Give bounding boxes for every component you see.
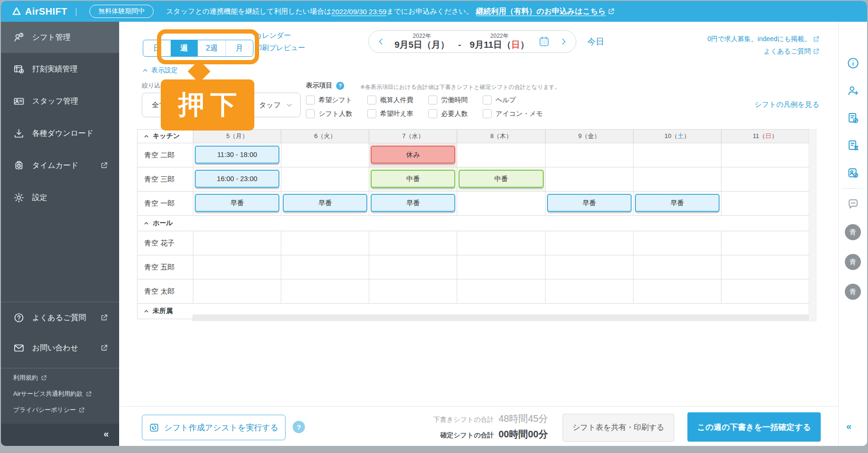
shift-cell[interactable]: 早番 bbox=[193, 192, 281, 215]
shift-cell[interactable] bbox=[193, 231, 281, 255]
checkbox-box[interactable] bbox=[483, 96, 492, 105]
shift-cell[interactable]: 早番 bbox=[633, 192, 721, 215]
shift-cell[interactable] bbox=[545, 231, 633, 255]
shift-cell[interactable] bbox=[281, 255, 369, 279]
shift-cell[interactable] bbox=[545, 167, 633, 191]
paid-signup-link[interactable]: 継続利用（有料）のお申込みはこちら bbox=[476, 7, 615, 17]
shift-cell[interactable] bbox=[545, 279, 633, 303]
confirm-week-button[interactable]: この週の下書きを一括確定する bbox=[687, 412, 821, 442]
add-staff-icon[interactable] bbox=[847, 84, 859, 97]
shift-approved-icon[interactable] bbox=[847, 112, 859, 124]
staff-avatar[interactable]: 青 bbox=[845, 284, 861, 300]
shift-box[interactable]: 早番 bbox=[547, 194, 632, 212]
shift-assist-button[interactable]: シフト作成アシストを実行する bbox=[142, 415, 286, 440]
horizontal-scroll-strip[interactable] bbox=[192, 314, 809, 321]
group-toggle[interactable]: ホール bbox=[138, 216, 193, 231]
shift-pending-icon[interactable] bbox=[847, 139, 859, 152]
shift-cell[interactable] bbox=[281, 143, 369, 167]
shift-cell[interactable] bbox=[193, 255, 281, 279]
shift-cell[interactable] bbox=[457, 279, 545, 303]
shift-cell[interactable] bbox=[369, 255, 457, 279]
shift-cell[interactable] bbox=[721, 143, 809, 167]
shift-cell[interactable] bbox=[457, 255, 545, 279]
view-button-週[interactable]: 週 bbox=[171, 40, 198, 56]
group-toggle[interactable]: 未所属 bbox=[138, 304, 193, 319]
shift-cell[interactable] bbox=[633, 231, 721, 255]
filter-checkbox[interactable]: 必要人数 bbox=[428, 109, 468, 118]
shift-cell[interactable] bbox=[633, 167, 721, 191]
checkbox-box[interactable] bbox=[306, 96, 315, 105]
shift-cell[interactable] bbox=[193, 279, 281, 303]
prev-week-icon[interactable] bbox=[376, 37, 386, 46]
group-toggle[interactable]: キッチン bbox=[138, 130, 193, 143]
shift-cell[interactable] bbox=[633, 255, 721, 279]
shift-cell[interactable] bbox=[457, 192, 545, 215]
shift-cell[interactable] bbox=[721, 255, 809, 279]
shift-cell[interactable] bbox=[457, 231, 545, 255]
faq-top-link[interactable]: よくあるご質問 bbox=[764, 47, 819, 56]
checkbox-box[interactable] bbox=[428, 96, 437, 105]
shift-box[interactable]: 16:00 - 23:00 bbox=[195, 170, 279, 188]
sidebar-item-download[interactable]: 各種ダウンロード bbox=[1, 117, 119, 149]
vertical-scrollbar[interactable] bbox=[810, 129, 816, 322]
shift-cell[interactable] bbox=[281, 279, 369, 303]
view-button-2週[interactable]: 2週 bbox=[198, 40, 226, 56]
print-preview-link[interactable]: 印刷プレビュー bbox=[255, 44, 305, 52]
date-picker-calendar-icon[interactable] bbox=[538, 35, 550, 48]
checkbox-box[interactable] bbox=[367, 109, 376, 118]
shift-box[interactable]: 早番 bbox=[195, 194, 279, 212]
filter-checkbox[interactable]: シフト人数 bbox=[306, 109, 352, 118]
help-question-icon[interactable]: ? bbox=[336, 82, 344, 90]
checkbox-box[interactable] bbox=[367, 96, 376, 105]
display-settings-toggle[interactable]: 表示設定 bbox=[142, 66, 178, 75]
shift-cell[interactable] bbox=[369, 279, 457, 303]
shift-cell[interactable] bbox=[633, 143, 721, 167]
shift-cell[interactable] bbox=[721, 167, 809, 191]
shift-cell[interactable]: 休み bbox=[369, 143, 457, 167]
checkbox-box[interactable] bbox=[428, 109, 437, 118]
shift-cell[interactable] bbox=[369, 231, 457, 255]
shift-cell[interactable]: 早番 bbox=[281, 192, 369, 215]
sidebar-item-timecard[interactable]: タイムカード bbox=[1, 149, 119, 182]
shift-box[interactable]: 休み bbox=[371, 146, 455, 164]
comments-icon[interactable] bbox=[847, 198, 859, 210]
shift-box[interactable]: 中番 bbox=[371, 170, 455, 188]
filter-checkbox[interactable]: 概算人件費 bbox=[367, 96, 413, 105]
shift-cell[interactable]: 16:00 - 23:00 bbox=[193, 167, 281, 191]
checkbox-box[interactable] bbox=[306, 109, 315, 118]
sidebar-support-contact[interactable]: お問い合わせ bbox=[1, 333, 119, 363]
sidebar-support-faq[interactable]: よくあるご質問 bbox=[1, 303, 119, 333]
shift-cell[interactable]: 11:30 - 18:00 bbox=[193, 143, 281, 167]
view-button-月[interactable]: 月 bbox=[226, 40, 253, 56]
shift-cell[interactable] bbox=[545, 143, 633, 167]
staff-avatar[interactable]: 青 bbox=[845, 254, 861, 270]
shift-cell[interactable]: 中番 bbox=[369, 167, 457, 191]
shift-legend-link[interactable]: シフトの凡例を見る bbox=[755, 100, 819, 109]
shift-cell[interactable] bbox=[721, 231, 809, 255]
shift-cell[interactable] bbox=[545, 255, 633, 279]
assist-help-icon[interactable]: ? bbox=[293, 421, 305, 433]
shift-cell[interactable] bbox=[281, 167, 369, 191]
filter-checkbox[interactable]: アイコン・メモ bbox=[483, 109, 543, 118]
shift-cell[interactable] bbox=[633, 279, 721, 303]
job-posting-link[interactable]: 0円で求人募集。indeedにも掲載。 bbox=[707, 35, 819, 44]
shift-box[interactable]: 早番 bbox=[283, 194, 367, 212]
share-print-button[interactable]: シフト表を共有・印刷する bbox=[563, 414, 674, 442]
sidebar-legal-link[interactable]: 利用規約 bbox=[13, 374, 119, 382]
shift-cell[interactable] bbox=[457, 143, 545, 167]
staff-check-icon[interactable] bbox=[847, 166, 859, 179]
staff-avatar[interactable]: 青 bbox=[845, 224, 861, 240]
sidebar-item-settings[interactable]: 設定 bbox=[1, 182, 119, 214]
shift-box[interactable]: 11:30 - 18:00 bbox=[195, 146, 279, 164]
filter-checkbox[interactable]: 希望シフト bbox=[306, 96, 352, 105]
shift-cell[interactable]: 早番 bbox=[369, 192, 457, 215]
sidebar-legal-link[interactable]: プライバシーポリシー bbox=[13, 406, 119, 414]
shift-cell[interactable] bbox=[721, 192, 809, 215]
filter-checkbox[interactable]: 労働時間 bbox=[428, 96, 468, 105]
shift-cell[interactable] bbox=[281, 231, 369, 255]
shift-cell[interactable] bbox=[721, 279, 809, 303]
info-icon[interactable] bbox=[847, 57, 859, 70]
today-link[interactable]: 今日 bbox=[587, 36, 604, 47]
sidebar-collapse-button[interactable]: « bbox=[104, 428, 108, 439]
shift-cell[interactable]: 早番 bbox=[545, 192, 633, 215]
